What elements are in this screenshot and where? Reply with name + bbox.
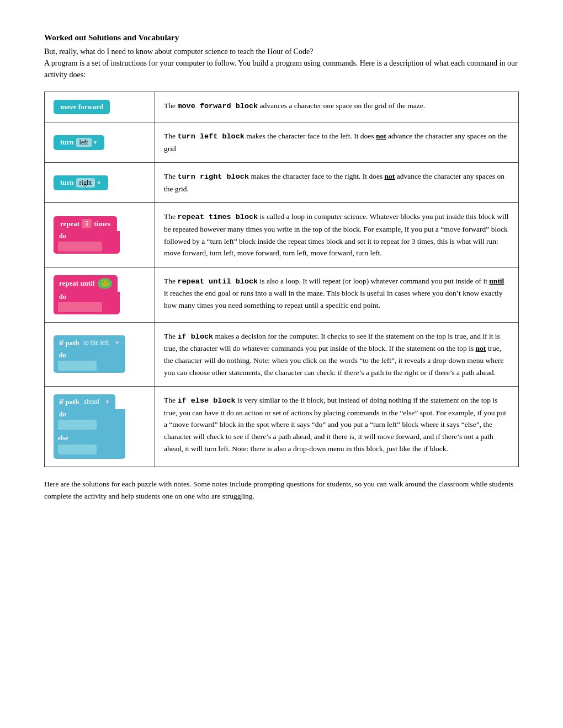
blocks-table: move forward The move forward block adva… xyxy=(44,92,519,467)
move-forward-block[interactable]: move forward xyxy=(54,100,110,114)
repeat-until-cell: repeat until 🐸 do xyxy=(45,267,155,322)
turn-left-desc: The turn left block makes the character … xyxy=(155,122,519,163)
chevron-down-icon: ▼ xyxy=(104,399,110,405)
ahead-label: ahead xyxy=(80,397,102,406)
footer-text: Here are the solutions for each puzzle w… xyxy=(44,478,519,502)
if-block[interactable]: if path to the left ▼ do xyxy=(54,335,125,373)
turn-right-block[interactable]: turn right ▼ xyxy=(54,175,108,190)
repeat-times-desc: The repeat times block is called a loop … xyxy=(155,203,519,267)
table-row: repeat 5 times do The repeat times block… xyxy=(45,203,519,267)
chevron-down-icon: ▼ xyxy=(96,180,102,186)
turn-left-cell: turn left ▼ xyxy=(45,122,155,163)
move-forward-cell: move forward xyxy=(45,92,155,122)
left-label: left xyxy=(76,138,92,147)
if-path-desc: The if block makes a decision for the co… xyxy=(155,322,519,386)
table-row: turn left ▼ The turn left block makes th… xyxy=(45,122,519,163)
turn-left-block[interactable]: turn left ▼ xyxy=(54,135,104,150)
do-slot xyxy=(58,242,102,251)
chevron-down-icon: ▼ xyxy=(114,340,120,346)
table-row: if path to the left ▼ do The if block ma… xyxy=(45,322,519,386)
move-forward-desc: The move forward block advances a charac… xyxy=(155,92,519,122)
chevron-down-icon: ▼ xyxy=(93,140,98,146)
number-label: 5 xyxy=(82,219,92,228)
page-title: Worked out Solutions and Vocabulary xyxy=(44,33,519,42)
repeat-until-block[interactable]: repeat until 🐸 do xyxy=(54,275,120,314)
if-else-block[interactable]: if path ahead ▼ do else xyxy=(54,394,125,459)
else-slot xyxy=(58,445,97,454)
table-row: turn right ▼ The turn right block makes … xyxy=(45,163,519,203)
turn-right-desc: The turn right block makes the character… xyxy=(155,163,519,203)
frog-icon: 🐸 xyxy=(98,278,112,289)
table-row: move forward The move forward block adva… xyxy=(45,92,519,122)
else-label: else xyxy=(58,433,68,443)
turn-right-cell: turn right ▼ xyxy=(45,163,155,203)
table-row: if path ahead ▼ do else The if else bloc… xyxy=(45,387,519,467)
table-row: repeat until 🐸 do The repeat until block… xyxy=(45,267,519,322)
if-else-cell: if path ahead ▼ do else xyxy=(45,387,155,467)
if-else-desc: The if else block is very similar to the… xyxy=(155,387,519,467)
repeat-until-desc: The repeat until block is also a loop. I… xyxy=(155,267,519,322)
intro-text: But, really, what do I need to know abou… xyxy=(44,46,519,81)
repeat-times-cell: repeat 5 times do xyxy=(45,203,155,267)
right-label: right xyxy=(76,178,95,188)
do-slot xyxy=(58,420,97,430)
repeat-times-block[interactable]: repeat 5 times do xyxy=(54,216,120,254)
if-path-cell: if path to the left ▼ do xyxy=(45,322,155,386)
to-the-left-label: to the left xyxy=(80,338,112,347)
do-slot xyxy=(58,361,97,371)
do-slot xyxy=(58,302,102,312)
